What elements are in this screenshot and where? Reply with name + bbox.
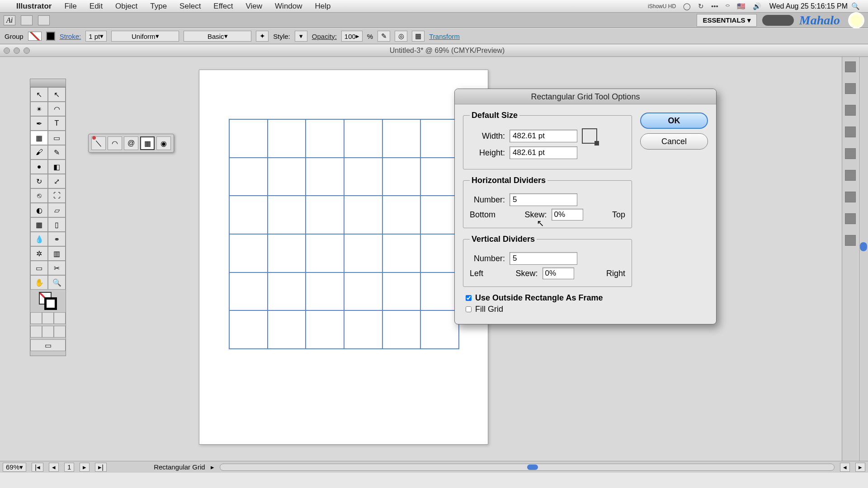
app-icon[interactable]: Ai xyxy=(4,15,15,25)
tools-panel-grip[interactable] xyxy=(30,79,66,87)
hscroll-right-icon[interactable]: ▸ xyxy=(855,463,865,472)
horizontal-scrollbar[interactable] xyxy=(220,464,835,471)
menu-type[interactable]: Type xyxy=(150,2,167,11)
fill-swatch[interactable] xyxy=(28,32,42,41)
vstroke-icon[interactable]: ✦ xyxy=(256,31,269,42)
brushes-panel-icon[interactable] xyxy=(845,235,856,246)
color-panel-icon[interactable] xyxy=(845,61,856,72)
fill-grid-checkbox[interactable] xyxy=(466,306,472,312)
gradient-mode-icon[interactable] xyxy=(42,312,54,324)
v-number-input[interactable] xyxy=(509,252,577,265)
transform-label[interactable]: Transform xyxy=(429,33,460,40)
slice-tool-icon[interactable]: ✂ xyxy=(48,261,66,275)
free-transform-tool-icon[interactable]: ⛶ xyxy=(48,188,66,203)
stroke-swatch[interactable] xyxy=(46,32,55,41)
spiral-tool-icon[interactable]: @ xyxy=(124,136,138,150)
menu-help[interactable]: Help xyxy=(315,2,331,11)
menu-view[interactable]: View xyxy=(246,2,263,11)
constrain-proportions-icon[interactable] xyxy=(582,128,597,144)
paintbrush-tool-icon[interactable]: 🖌 xyxy=(30,145,48,160)
graph-tool-icon[interactable]: ▥ xyxy=(48,246,66,261)
search-field-icon[interactable] xyxy=(762,15,794,26)
recolor-icon[interactable]: ✎ xyxy=(377,31,390,42)
color-mode-icon[interactable] xyxy=(30,312,42,324)
artboard-number-field[interactable]: 1 xyxy=(64,463,74,472)
minimize-window-icon[interactable] xyxy=(14,47,20,54)
direct-selection-tool-icon[interactable]: ↖ xyxy=(48,87,66,102)
menu-select[interactable]: Select xyxy=(179,2,201,11)
transparency-panel-icon[interactable] xyxy=(845,148,856,159)
artboard[interactable] xyxy=(199,70,488,445)
v-skew-input[interactable] xyxy=(542,267,574,279)
symbol-sprayer-tool-icon[interactable]: ✲ xyxy=(30,246,48,261)
menubar-clock[interactable]: Wed Aug 25 5:16:15 PM xyxy=(769,2,848,10)
draw-behind-icon[interactable] xyxy=(42,326,54,338)
vertical-scrollbar[interactable] xyxy=(859,57,868,473)
flyout-close-icon[interactable] xyxy=(92,136,96,140)
bridge-icon[interactable] xyxy=(21,15,33,25)
swatches-panel-icon[interactable] xyxy=(845,83,856,94)
rectangular-grid-tool-icon[interactable]: ▦ xyxy=(140,136,155,150)
selection-tool-icon[interactable]: ↖ xyxy=(30,87,48,102)
artboard-nav-prev-icon[interactable]: ◂ xyxy=(49,463,59,472)
ok-button[interactable]: OK xyxy=(640,113,708,129)
menu-file[interactable]: File xyxy=(64,2,76,11)
type-tool-icon[interactable]: T xyxy=(48,116,66,131)
magic-wand-tool-icon[interactable]: ✴ xyxy=(30,102,48,116)
h-number-input[interactable] xyxy=(509,193,577,206)
width-input[interactable] xyxy=(509,130,577,142)
volume-icon[interactable]: 🔊 xyxy=(753,2,761,10)
status-sync-icon[interactable]: ↻ xyxy=(698,2,704,10)
draw-normal-icon[interactable] xyxy=(30,326,42,338)
blob-brush-tool-icon[interactable]: ● xyxy=(30,160,48,174)
rectangular-grid-object[interactable] xyxy=(229,119,459,349)
use-outside-frame-checkbox[interactable] xyxy=(466,295,472,301)
artboard-nav-next-icon[interactable]: ▸ xyxy=(80,463,90,472)
stroke-weight-field[interactable]: 1 pt ▾ xyxy=(85,31,107,42)
scale-tool-icon[interactable]: ⤢ xyxy=(48,174,66,188)
stroke-profile-select[interactable]: Uniform ▾ xyxy=(111,31,179,42)
app-menu[interactable]: Illustrator xyxy=(16,2,52,11)
menu-edit[interactable]: Edit xyxy=(90,2,103,11)
artboard-nav-last-icon[interactable]: ▸| xyxy=(95,463,107,472)
artboard-tool-icon[interactable]: ▭ xyxy=(30,261,48,275)
pencil-tool-icon[interactable]: ✎ xyxy=(48,145,66,160)
gradient-panel-icon[interactable] xyxy=(845,127,856,137)
h-skew-input[interactable] xyxy=(552,209,583,221)
cancel-button[interactable]: Cancel xyxy=(640,133,708,150)
hand-tool-icon[interactable]: ✋ xyxy=(30,275,48,290)
screen-mode-icon[interactable]: ▭ xyxy=(30,339,66,351)
pen-tool-icon[interactable]: ✒ xyxy=(30,116,48,131)
arc-tool-icon[interactable]: ◠ xyxy=(108,136,122,150)
menu-effect[interactable]: Effect xyxy=(213,2,233,11)
artboard-nav-first-icon[interactable]: |◂ xyxy=(32,463,43,472)
stroke-panel-icon[interactable] xyxy=(845,105,856,116)
brush-select[interactable]: Basic ▾ xyxy=(184,31,251,42)
appearance-panel-icon[interactable] xyxy=(845,170,856,181)
eraser-tool-icon[interactable]: ◧ xyxy=(48,160,66,174)
zoom-window-icon[interactable] xyxy=(24,47,30,54)
fill-stroke-swatches[interactable] xyxy=(30,290,66,312)
ishowu-label[interactable]: iShowU HD xyxy=(648,4,676,9)
none-mode-icon[interactable] xyxy=(54,312,66,324)
rotate-tool-icon[interactable]: ↻ xyxy=(30,174,48,188)
status-rec-icon[interactable]: ◯ xyxy=(683,2,691,10)
stroke-label[interactable]: Stroke: xyxy=(60,33,81,40)
polar-grid-tool-icon[interactable]: ◉ xyxy=(156,136,171,150)
symbols-panel-icon[interactable] xyxy=(845,213,856,224)
align-icon[interactable]: ◎ xyxy=(395,31,407,42)
blend-tool-icon[interactable]: ⚭ xyxy=(48,232,66,246)
hscroll-left-icon[interactable]: ◂ xyxy=(840,463,850,472)
spotlight-icon[interactable]: 🔍 xyxy=(851,2,860,10)
layers-panel-icon[interactable] xyxy=(845,192,856,202)
zoom-level-field[interactable]: 69% ▾ xyxy=(3,463,26,472)
menu-object[interactable]: Object xyxy=(115,2,137,11)
rectangle-tool-icon[interactable]: ▭ xyxy=(48,131,66,145)
zoom-tool-icon[interactable]: 🔍 xyxy=(48,275,66,290)
style-select[interactable]: ▾ xyxy=(295,31,307,42)
transform-icon[interactable]: ▦ xyxy=(412,31,425,42)
opacity-label[interactable]: Opacity: xyxy=(312,33,337,40)
shape-builder-tool-icon[interactable]: ◐ xyxy=(30,203,48,217)
wifi-icon[interactable]: ⌔ xyxy=(726,2,730,10)
menu-window[interactable]: Window xyxy=(275,2,302,11)
